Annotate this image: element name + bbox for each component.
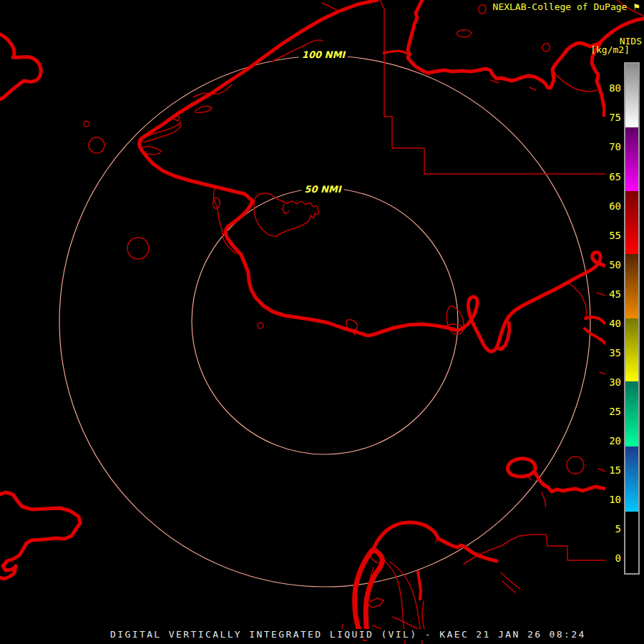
colorbar-tick-label: 70 (609, 142, 621, 153)
brand-text: NEXLAB-College of DuPage (493, 1, 628, 12)
range-ring-label-50nmi: 50 NMI (301, 184, 343, 195)
colorbar-tick-label: 20 (609, 435, 621, 447)
radar-map-layer (0, 0, 644, 644)
colorbar-tick-label: 60 (609, 200, 621, 212)
range-ring-label-100nmi: 100 NMI (299, 49, 348, 60)
colorbar-tick-label: 80 (609, 83, 621, 94)
colorbar (624, 62, 640, 575)
colorbar-tick-label: 40 (609, 318, 621, 329)
colorbar-tick-label: 0 (615, 553, 621, 565)
colorbar-tick-label: 65 (609, 171, 621, 182)
colorbar-tick-label: 45 (609, 288, 621, 300)
colorbar-tick-label: 30 (609, 376, 621, 388)
flag-icon: ⚑ (633, 2, 640, 12)
legend-units: [kg/m2] (590, 44, 630, 55)
island-west-rim (355, 550, 383, 638)
colorbar-tick-label: 50 (609, 259, 621, 270)
colorbar-tick-label: 35 (609, 347, 621, 358)
coastline-detail-thin (84, 0, 644, 644)
coast-southeast-chain (535, 473, 606, 492)
coast-top (408, 0, 599, 88)
island-ring-southeast (508, 459, 535, 477)
colorbar-tick-label: 55 (609, 230, 621, 241)
colorbar-tick-label: 25 (609, 406, 621, 417)
coast-topleft-blob (0, 34, 41, 99)
coast-bottomleft-island (0, 492, 80, 579)
header-brand: NEXLAB-College of DuPage ⚑ (493, 1, 640, 12)
status-bar: DIGITAL VERTICALLY INTEGRATED LIQUID (VI… (110, 629, 586, 640)
radar-display: 100 NMI 50 NMI NEXLAB-College of DuPage … (0, 0, 644, 644)
island-arch (374, 522, 497, 561)
colorbar-tick-label: 75 (609, 112, 621, 124)
colorbar-tick-label: 15 (609, 464, 621, 476)
colorbar-tick-label: 10 (609, 494, 621, 505)
colorbar-tick-label: 5 (615, 524, 621, 535)
